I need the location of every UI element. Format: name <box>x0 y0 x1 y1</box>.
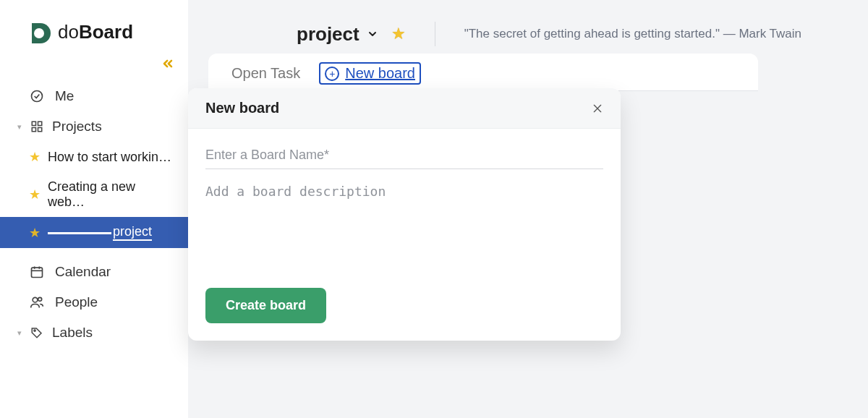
sidebar: doBoard Me ▾ Projects ★ <box>0 0 188 418</box>
caret-down-icon: ▾ <box>17 122 26 132</box>
svg-point-0 <box>34 28 44 38</box>
new-board-modal: New board Create board <box>188 88 621 341</box>
modal-title: New board <box>205 100 279 116</box>
nav-labels[interactable]: ▾ Labels <box>0 317 188 348</box>
create-board-button[interactable]: Create board <box>205 288 326 323</box>
project-item-0[interactable]: ★ How to start workin… <box>0 142 188 172</box>
svg-point-12 <box>34 330 35 331</box>
svg-rect-2 <box>32 121 35 125</box>
nav-projects[interactable]: ▾ Projects <box>0 111 188 142</box>
project-item-1[interactable]: ★ Creating a new web… <box>0 172 188 217</box>
nav-label: Calendar <box>55 264 111 280</box>
tabbar: Open Task + New board <box>208 54 758 91</box>
tag-icon <box>29 326 45 339</box>
nav-me[interactable]: Me <box>0 81 188 111</box>
nav-calendar[interactable]: Calendar <box>0 257 188 287</box>
redacted-icon <box>48 232 111 234</box>
vertical-divider <box>435 22 435 46</box>
caret-down-icon: ▾ <box>17 328 26 338</box>
project-switcher[interactable]: project <box>297 23 378 46</box>
chevron-down-icon <box>367 28 378 40</box>
sidebar-collapse-icon[interactable] <box>161 56 175 71</box>
grid-icon <box>29 120 45 133</box>
favorite-star-icon[interactable]: ★ <box>391 25 406 43</box>
tab-label: New board <box>345 65 415 82</box>
logo-text: doBoard <box>58 21 133 43</box>
project-item-2[interactable]: ★ project <box>0 217 188 248</box>
close-icon[interactable] <box>592 103 603 114</box>
tab-new-board[interactable]: + New board <box>319 62 421 85</box>
content-area: Open Task + New board New board Crea <box>188 54 868 91</box>
svg-point-10 <box>33 297 38 302</box>
plus-circle-icon: + <box>325 67 339 81</box>
board-name-input[interactable] <box>205 142 603 169</box>
svg-rect-4 <box>32 128 35 132</box>
project-label: Creating a new web… <box>48 179 175 210</box>
modal-body: Create board <box>188 129 621 341</box>
quote-text: "The secret of getting ahead is getting … <box>464 27 720 40</box>
star-icon: ★ <box>29 149 42 165</box>
quote-author: — Mark Twain <box>723 27 801 40</box>
svg-point-11 <box>38 297 42 301</box>
nav-people[interactable]: People <box>0 287 188 317</box>
sidebar-nav: Me ▾ Projects ★ How to start workin… ★ C… <box>0 74 188 348</box>
check-circle-icon <box>29 89 45 103</box>
project-title: project <box>297 23 359 46</box>
quote: "The secret of getting ahead is getting … <box>464 27 801 41</box>
calendar-icon <box>29 265 45 279</box>
project-label: project <box>113 224 152 241</box>
logo-icon <box>29 20 52 43</box>
svg-rect-3 <box>38 121 42 125</box>
star-icon: ★ <box>29 187 42 202</box>
star-icon: ★ <box>29 225 42 241</box>
svg-point-1 <box>32 91 43 102</box>
nav-label: Projects <box>52 119 102 135</box>
topbar: project ★ "The secret of getting ahead i… <box>188 0 868 54</box>
tab-open-task[interactable]: Open Task <box>231 65 300 82</box>
board-description-input[interactable] <box>205 169 603 285</box>
svg-rect-5 <box>38 128 42 132</box>
brand-logo[interactable]: doBoard <box>0 0 188 51</box>
modal-header: New board <box>188 88 621 129</box>
nav-label: Me <box>55 88 74 104</box>
nav-label: Labels <box>52 325 93 341</box>
project-label: How to start workin… <box>48 150 171 165</box>
people-icon <box>29 295 45 310</box>
svg-rect-6 <box>32 268 43 277</box>
main: project ★ "The secret of getting ahead i… <box>188 0 868 418</box>
nav-label: People <box>55 294 98 310</box>
